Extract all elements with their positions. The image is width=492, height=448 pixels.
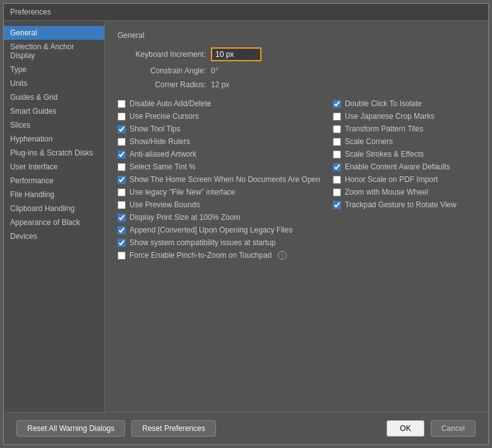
checkbox-label: Anti-aliased Artwork — [129, 150, 196, 159]
checkbox-row: Anti-aliased Artwork — [117, 150, 320, 159]
checkbox-row: Zoom with Mouse Wheel — [333, 188, 457, 197]
checkboxes-area: Disable Auto Add/DeleteUse Precise Curso… — [117, 99, 476, 260]
checkbox-label: Scale Strokes & Effects — [345, 150, 424, 159]
footer: Reset All Warning Dialogs Reset Preferen… — [4, 412, 488, 444]
reset-prefs-button[interactable]: Reset Preferences — [131, 420, 215, 437]
checkbox-input[interactable] — [117, 163, 126, 171]
checkbox-input[interactable] — [117, 125, 126, 133]
sidebar-item-general[interactable]: General — [4, 26, 104, 40]
checkbox-row: Show The Home Screen When No Documents A… — [117, 175, 320, 184]
checkbox-input[interactable] — [117, 150, 126, 159]
sidebar-item-user-interface[interactable]: User Interface — [4, 160, 104, 174]
corner-radius-value: 12 px — [211, 80, 229, 89]
checkbox-row: Enable Content Aware Defaults — [333, 162, 457, 171]
checkbox-label: Enable Content Aware Defaults — [345, 162, 450, 171]
footer-left: Reset All Warning Dialogs Reset Preferen… — [16, 420, 216, 437]
footer-right: OK Cancel — [387, 420, 476, 437]
main-panel: General Keyboard Increment: Constrain An… — [105, 21, 488, 412]
checkbox-label: Append [Converted] Upon Opening Legacy F… — [129, 226, 292, 234]
sidebar-item-performance[interactable]: Performance — [4, 174, 104, 188]
corner-radius-row: Corner Radius: 12 px — [117, 80, 476, 89]
checkbox-label: Use legacy "File New" interface — [129, 188, 235, 197]
checkbox-label: Use Preview Bounds — [129, 200, 200, 209]
checkbox-input[interactable] — [333, 150, 341, 159]
checkbox-label: Scale Corners — [345, 137, 393, 146]
checkbox-input[interactable] — [333, 163, 341, 171]
keyboard-increment-input[interactable] — [211, 47, 261, 61]
dialog-title: Preferences — [10, 8, 51, 16]
checkbox-col-left: Disable Auto Add/DeleteUse Precise Curso… — [117, 99, 320, 260]
checkbox-label: Zoom with Mouse Wheel — [345, 188, 428, 197]
keyboard-increment-label: Keyboard Increment: — [117, 50, 206, 59]
corner-radius-label: Corner Radius: — [117, 80, 206, 89]
sidebar-item-units[interactable]: Units — [4, 76, 104, 90]
checkbox-input[interactable] — [117, 214, 126, 222]
checkbox-input[interactable] — [117, 100, 126, 108]
constrain-angle-label: Constrain Angle: — [117, 66, 206, 75]
checkbox-input[interactable] — [117, 138, 126, 146]
checkbox-label: Show/Hide Rulers — [129, 137, 190, 146]
checkbox-row: Use legacy "File New" interface — [117, 188, 320, 197]
checkbox-label: Display Print Size at 100% Zoom — [129, 213, 240, 222]
checkbox-input[interactable] — [117, 176, 126, 184]
sidebar-item-clipboard-handling[interactable]: Clipboard Handling — [4, 202, 104, 215]
sidebar-item-hyphenation[interactable]: Hyphenation — [4, 132, 104, 146]
checkbox-input[interactable] — [117, 239, 126, 247]
checkbox-label: Trackpad Gesture to Rotate View — [345, 200, 457, 209]
sidebar-item-guides-grid[interactable]: Guides & Grid — [4, 90, 104, 104]
checkbox-input[interactable] — [333, 201, 341, 209]
checkbox-row: Force Enable Pinch-to-Zoom on Touchpadi — [117, 251, 320, 260]
sidebar-item-type[interactable]: Type — [4, 63, 104, 76]
checkbox-row: Use Japanese Crop Marks — [333, 112, 457, 121]
sidebar-item-devices[interactable]: Devices — [4, 229, 104, 243]
checkbox-row: Scale Corners — [333, 137, 457, 146]
sidebar-item-slices[interactable]: Slices — [4, 118, 104, 132]
info-icon[interactable]: i — [278, 251, 287, 260]
checkbox-input[interactable] — [333, 176, 341, 184]
checkbox-row: Append [Converted] Upon Opening Legacy F… — [117, 226, 320, 234]
checkbox-label: Double Click To Isolate — [345, 99, 422, 108]
checkbox-row: Transform Pattern Tiles — [333, 124, 457, 133]
checkbox-label: Show The Home Screen When No Documents A… — [129, 175, 320, 184]
preferences-dialog: Preferences GeneralSelection & Anchor Di… — [3, 3, 489, 445]
sidebar-item-plug-ins-scratch-disks[interactable]: Plug-ins & Scratch Disks — [4, 146, 104, 160]
checkbox-input[interactable] — [117, 226, 126, 234]
checkbox-input[interactable] — [117, 201, 126, 209]
checkbox-input[interactable] — [333, 138, 341, 146]
checkbox-label: Force Enable Pinch-to-Zoom on Touchpad — [129, 251, 272, 260]
checkbox-label: Honor Scale on PDF Import — [345, 175, 438, 184]
cancel-button[interactable]: Cancel — [431, 420, 476, 437]
checkbox-row: Scale Strokes & Effects — [333, 150, 457, 159]
checkbox-row: Show system compatibility issues at star… — [117, 238, 320, 247]
checkbox-input[interactable] — [117, 251, 126, 260]
checkbox-row: Show/Hide Rulers — [117, 137, 320, 146]
checkbox-row: Show Tool Tips — [117, 124, 320, 133]
checkbox-label: Transform Pattern Tiles — [345, 124, 423, 133]
checkbox-row: Honor Scale on PDF Import — [333, 175, 457, 184]
checkbox-label: Show Tool Tips — [129, 124, 181, 133]
checkbox-input[interactable] — [333, 112, 341, 121]
sidebar: GeneralSelection & Anchor DisplayTypeUni… — [4, 21, 105, 412]
checkbox-row: Disable Auto Add/Delete — [117, 99, 320, 108]
checkbox-row: Use Precise Cursors — [117, 112, 320, 121]
title-bar: Preferences — [4, 4, 488, 21]
checkbox-input[interactable] — [117, 112, 126, 121]
sidebar-item-selection-anchor-display[interactable]: Selection & Anchor Display — [4, 40, 104, 63]
sidebar-item-appearance-of-black[interactable]: Appearance of Black — [4, 215, 104, 229]
checkbox-label: Select Same Tint % — [129, 162, 196, 171]
checkbox-row: Select Same Tint % — [117, 162, 320, 171]
checkbox-col-right: Double Click To IsolateUse Japanese Crop… — [333, 99, 457, 260]
constrain-angle-row: Constrain Angle: 0° — [117, 66, 476, 75]
reset-warnings-button[interactable]: Reset All Warning Dialogs — [16, 420, 125, 437]
ok-button[interactable]: OK — [387, 420, 424, 437]
constrain-angle-value: 0° — [211, 66, 218, 75]
checkbox-input[interactable] — [333, 100, 341, 108]
checkbox-input[interactable] — [333, 125, 341, 133]
checkbox-input[interactable] — [117, 188, 126, 197]
checkbox-label: Show system compatibility issues at star… — [129, 238, 275, 247]
sidebar-item-file-handling[interactable]: File Handling — [4, 188, 104, 202]
checkbox-input[interactable] — [333, 188, 341, 197]
sidebar-item-smart-guides[interactable]: Smart Guides — [4, 104, 104, 118]
checkbox-row: Double Click To Isolate — [333, 99, 457, 108]
section-title: General — [117, 31, 476, 40]
